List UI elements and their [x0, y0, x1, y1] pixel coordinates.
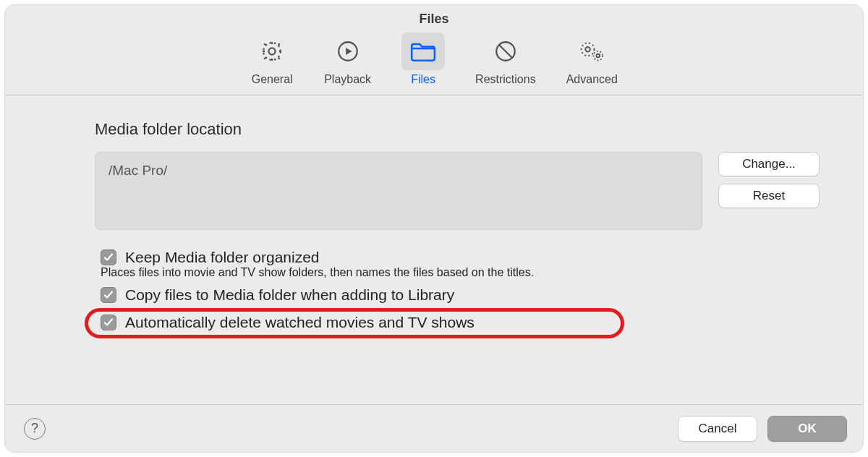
tab-label: Restrictions	[475, 73, 536, 86]
checkbox-checked-icon	[101, 249, 116, 265]
cancel-button-label: Cancel	[699, 422, 737, 436]
tab-playback[interactable]: Playback	[324, 33, 371, 86]
options-group: Keep Media folder organized Places files…	[101, 249, 841, 331]
copy-to-library-option[interactable]: Copy files to Media folder when adding t…	[101, 286, 841, 304]
tab-files[interactable]: Files	[401, 33, 445, 86]
ok-button-label: OK	[798, 422, 817, 436]
tab-restrictions[interactable]: Restrictions	[475, 33, 536, 86]
tab-label: General	[252, 73, 293, 86]
help-button[interactable]: ?	[24, 418, 46, 440]
keep-organized-option[interactable]: Keep Media folder organized	[101, 249, 841, 266]
reset-button[interactable]: Reset	[718, 184, 820, 208]
preferences-toolbar: General Playback Files	[5, 33, 863, 95]
svg-point-1	[263, 43, 281, 60]
media-folder-row: /Mac Pro/ Change... Reset	[95, 152, 841, 230]
svg-point-4	[586, 47, 591, 52]
svg-point-0	[269, 48, 276, 54]
tab-general[interactable]: General	[250, 33, 294, 86]
keep-organized-label: Keep Media folder organized	[125, 249, 320, 266]
media-folder-path: /Mac Pro/	[95, 152, 702, 230]
svg-point-5	[582, 43, 595, 56]
files-pane: Media folder location /Mac Pro/ Change..…	[5, 95, 863, 349]
auto-delete-label: Automatically delete watched movies and …	[125, 314, 475, 331]
window-title: Files	[5, 5, 863, 33]
advanced-gears-icon	[570, 33, 613, 70]
tab-advanced[interactable]: Advanced	[566, 33, 618, 86]
folder-icon	[401, 33, 445, 70]
change-button-label: Change...	[742, 157, 796, 171]
checkbox-checked-icon	[101, 287, 116, 303]
keep-organized-description: Places files into movie and TV show fold…	[101, 266, 841, 279]
media-folder-buttons: Change... Reset	[718, 152, 820, 208]
restrictions-icon	[484, 33, 527, 70]
dialog-footer: ? Cancel OK	[5, 404, 863, 452]
window-title-text: Files	[419, 12, 448, 27]
gear-icon	[250, 33, 294, 70]
svg-point-6	[597, 54, 600, 58]
media-folder-section-label: Media folder location	[95, 120, 841, 139]
copy-to-library-label: Copy files to Media folder when adding t…	[125, 286, 454, 304]
change-button[interactable]: Change...	[718, 152, 820, 176]
help-icon: ?	[31, 421, 38, 436]
checkbox-checked-icon	[101, 315, 116, 330]
reset-button-label: Reset	[753, 189, 785, 203]
cancel-button[interactable]: Cancel	[678, 416, 757, 442]
preferences-window: Files General Playback	[4, 4, 864, 453]
tab-label: Advanced	[566, 73, 618, 86]
ok-button[interactable]: OK	[767, 416, 847, 442]
auto-delete-option[interactable]: Automatically delete watched movies and …	[101, 314, 841, 331]
tab-label: Files	[411, 73, 435, 86]
media-folder-path-text: /Mac Pro/	[109, 163, 167, 178]
svg-point-7	[594, 51, 603, 60]
play-icon	[326, 33, 370, 70]
tab-label: Playback	[324, 73, 371, 86]
